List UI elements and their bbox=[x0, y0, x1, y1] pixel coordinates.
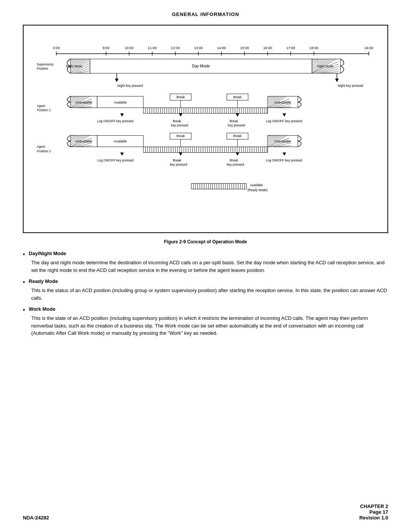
svg-text:key  pressed: key pressed bbox=[227, 163, 244, 166]
svg-text:Break: Break bbox=[233, 95, 242, 99]
svg-text:key pressed: key pressed bbox=[171, 123, 188, 127]
svg-text:Night   key pressed: Night key pressed bbox=[118, 84, 143, 88]
svg-text:Agent: Agent bbox=[37, 145, 46, 149]
svg-marker-168 bbox=[179, 113, 182, 117]
bullet-item-3: • Work Mode bbox=[23, 306, 388, 313]
svg-text:10:00: 10:00 bbox=[125, 46, 134, 50]
svg-text:(Ready Mode): (Ready Mode) bbox=[247, 188, 268, 192]
svg-text:Unavailable: Unavailable bbox=[75, 101, 92, 104]
bullet-item-1: • Day/Night Mode bbox=[23, 251, 388, 257]
diagram-svg: 0:00 9:00 10:00 11:00 12:00 13:00 14:00 … bbox=[35, 33, 376, 224]
svg-text:Break: Break bbox=[229, 158, 238, 162]
svg-marker-171 bbox=[236, 113, 239, 117]
footer: NDA-24282 CHAPTER 2 Page 17 Revision 1.0 bbox=[23, 492, 388, 521]
svg-text:key  pressed: key pressed bbox=[170, 163, 187, 166]
svg-text:Position 2: Position 2 bbox=[37, 149, 51, 153]
svg-text:9:00: 9:00 bbox=[103, 46, 110, 50]
svg-text:16:00: 16:00 bbox=[263, 46, 272, 50]
svg-text:0:00: 0:00 bbox=[53, 46, 60, 50]
svg-text:Night   key pressed: Night key pressed bbox=[338, 84, 363, 88]
bullet-title-1: Day/Night Mode bbox=[29, 251, 66, 256]
svg-text:14:00: 14:00 bbox=[217, 46, 226, 50]
svg-text:Available: Available bbox=[114, 139, 127, 143]
svg-text:Supervisory: Supervisory bbox=[37, 62, 54, 66]
svg-text:Agent: Agent bbox=[37, 104, 46, 108]
svg-text:Position: Position bbox=[37, 67, 48, 70]
footer-doc-id: NDA-24282 bbox=[23, 515, 49, 521]
svg-text:12:00: 12:00 bbox=[171, 46, 180, 50]
svg-marker-281 bbox=[283, 152, 286, 155]
footer-left: NDA-24282 bbox=[23, 515, 49, 521]
svg-text:13:00: 13:00 bbox=[194, 46, 203, 50]
svg-text:18:00: 18:00 bbox=[309, 46, 318, 50]
bullet-dot-2: • bbox=[23, 279, 25, 285]
svg-text:24:00: 24:00 bbox=[365, 46, 373, 50]
page-header: GENERAL INFORMATION bbox=[23, 11, 388, 17]
svg-text:15:00: 15:00 bbox=[240, 46, 249, 50]
svg-rect-200 bbox=[143, 147, 268, 153]
bullet-dot-1: • bbox=[23, 251, 25, 257]
figure-container: 0:00 9:00 10:00 11:00 12:00 13:00 14:00 … bbox=[23, 25, 388, 233]
footer-revision: Revision 1.0 bbox=[359, 515, 388, 521]
svg-text:Unavailable: Unavailable bbox=[274, 101, 291, 104]
svg-text:Night Mode: Night Mode bbox=[317, 64, 333, 68]
bullet-title-2: Ready Mode bbox=[29, 278, 58, 284]
svg-marker-166 bbox=[120, 113, 124, 117]
svg-text:Log ON/OFF   key pressed: Log ON/OFF key pressed bbox=[266, 158, 303, 162]
svg-marker-278 bbox=[236, 152, 239, 155]
bullet-item-2: • Ready Mode bbox=[23, 278, 388, 285]
svg-text:Position 1: Position 1 bbox=[37, 108, 51, 112]
svg-text:Unavailable: Unavailable bbox=[274, 139, 291, 143]
svg-text:11:00: 11:00 bbox=[148, 46, 156, 50]
svg-rect-93 bbox=[143, 108, 268, 113]
svg-text:Unavailable: Unavailable bbox=[75, 139, 92, 143]
footer-chapter: CHAPTER 2 bbox=[359, 503, 388, 509]
svg-marker-67 bbox=[335, 78, 339, 82]
bullet-text-3: This is the state of an ACD position (in… bbox=[31, 315, 388, 337]
figure-caption-text: Figure 2-9 Concept of Operation Mode bbox=[164, 239, 247, 244]
bullet-text-1: The day and night mode determine the des… bbox=[31, 259, 388, 274]
bullet-text-2: This is the status of an ACD position (i… bbox=[31, 287, 388, 302]
svg-marker-275 bbox=[179, 152, 182, 155]
bullet-title-3: Work Mode bbox=[29, 306, 56, 312]
svg-text:Break: Break bbox=[233, 134, 242, 138]
svg-marker-174 bbox=[283, 113, 286, 117]
svg-text:Available: Available bbox=[250, 183, 263, 187]
bullet-dot-3: • bbox=[23, 307, 25, 313]
svg-text:17:00: 17:00 bbox=[286, 46, 295, 50]
svg-text:Break: Break bbox=[177, 134, 185, 138]
figure-caption: Figure 2-9 Concept of Operation Mode bbox=[23, 239, 388, 244]
svg-text:Log ON/OFF   key pressed: Log ON/OFF key pressed bbox=[266, 119, 303, 123]
svg-text:Log ON/OFF   key pressed: Log ON/OFF key pressed bbox=[97, 119, 134, 123]
bullet-section: • Day/Night Mode The day and night mode … bbox=[23, 251, 388, 337]
header-title: GENERAL INFORMATION bbox=[172, 11, 239, 17]
footer-right: CHAPTER 2 Page 17 Revision 1.0 bbox=[359, 503, 388, 521]
page: GENERAL INFORMATION 0:00 9:00 10:00 11:0… bbox=[0, 0, 411, 532]
svg-text:Break: Break bbox=[173, 158, 182, 162]
svg-marker-273 bbox=[120, 152, 124, 155]
svg-text:Log ON/OFF   key pressed: Log ON/OFF key pressed bbox=[97, 158, 134, 162]
svg-text:Break: Break bbox=[229, 119, 238, 123]
svg-text:Available: Available bbox=[114, 101, 127, 104]
svg-text:Day Mode: Day Mode bbox=[192, 64, 210, 68]
svg-text:Break: Break bbox=[177, 95, 185, 99]
svg-text:key pressed: key pressed bbox=[228, 123, 245, 127]
svg-marker-64 bbox=[115, 78, 118, 82]
footer-page: Page 17 bbox=[359, 509, 388, 515]
svg-text:Break: Break bbox=[173, 119, 182, 123]
